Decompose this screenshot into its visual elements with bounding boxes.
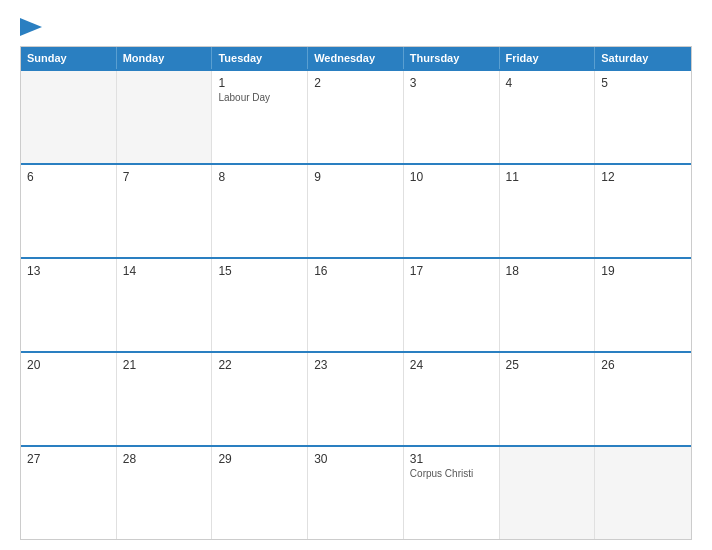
cal-day-number: 30 xyxy=(314,452,397,466)
cal-day-number: 18 xyxy=(506,264,589,278)
cal-day-number: 21 xyxy=(123,358,206,372)
cal-cell: 9 xyxy=(308,165,404,257)
cal-cell: 23 xyxy=(308,353,404,445)
cal-day-number: 9 xyxy=(314,170,397,184)
cal-cell xyxy=(117,71,213,163)
cal-day-number: 11 xyxy=(506,170,589,184)
logo-icon xyxy=(20,18,42,36)
cal-event: Labour Day xyxy=(218,92,301,103)
cal-day-number: 6 xyxy=(27,170,110,184)
cal-cell: 17 xyxy=(404,259,500,351)
cal-cell: 25 xyxy=(500,353,596,445)
cal-day-number: 26 xyxy=(601,358,685,372)
cal-cell: 12 xyxy=(595,165,691,257)
cal-day-number: 16 xyxy=(314,264,397,278)
cal-cell: 13 xyxy=(21,259,117,351)
cal-week-1: 1Labour Day2345 xyxy=(21,69,691,163)
cal-event: Corpus Christi xyxy=(410,468,493,479)
cal-header-cell-tuesday: Tuesday xyxy=(212,47,308,69)
cal-day-number: 17 xyxy=(410,264,493,278)
cal-header-cell-saturday: Saturday xyxy=(595,47,691,69)
cal-cell: 24 xyxy=(404,353,500,445)
cal-cell: 28 xyxy=(117,447,213,539)
cal-day-number: 2 xyxy=(314,76,397,90)
cal-header-cell-thursday: Thursday xyxy=(404,47,500,69)
cal-cell: 2 xyxy=(308,71,404,163)
page: SundayMondayTuesdayWednesdayThursdayFrid… xyxy=(0,0,712,550)
cal-cell: 18 xyxy=(500,259,596,351)
cal-day-number: 3 xyxy=(410,76,493,90)
cal-day-number: 19 xyxy=(601,264,685,278)
cal-cell xyxy=(500,447,596,539)
svg-marker-0 xyxy=(20,18,42,36)
cal-week-4: 20212223242526 xyxy=(21,351,691,445)
cal-cell xyxy=(595,447,691,539)
cal-day-number: 22 xyxy=(218,358,301,372)
cal-day-number: 14 xyxy=(123,264,206,278)
cal-header-cell-friday: Friday xyxy=(500,47,596,69)
calendar-body: 1Labour Day23456789101112131415161718192… xyxy=(21,69,691,539)
cal-cell: 3 xyxy=(404,71,500,163)
cal-cell: 5 xyxy=(595,71,691,163)
cal-cell: 22 xyxy=(212,353,308,445)
cal-cell: 31Corpus Christi xyxy=(404,447,500,539)
cal-day-number: 10 xyxy=(410,170,493,184)
cal-cell: 26 xyxy=(595,353,691,445)
cal-week-3: 13141516171819 xyxy=(21,257,691,351)
cal-day-number: 13 xyxy=(27,264,110,278)
cal-cell: 11 xyxy=(500,165,596,257)
cal-day-number: 31 xyxy=(410,452,493,466)
cal-cell: 20 xyxy=(21,353,117,445)
cal-day-number: 24 xyxy=(410,358,493,372)
logo xyxy=(20,18,42,36)
cal-cell: 29 xyxy=(212,447,308,539)
cal-day-number: 8 xyxy=(218,170,301,184)
cal-day-number: 5 xyxy=(601,76,685,90)
cal-cell xyxy=(21,71,117,163)
cal-cell: 10 xyxy=(404,165,500,257)
cal-day-number: 23 xyxy=(314,358,397,372)
cal-day-number: 29 xyxy=(218,452,301,466)
cal-cell: 8 xyxy=(212,165,308,257)
cal-header-cell-sunday: Sunday xyxy=(21,47,117,69)
cal-day-number: 25 xyxy=(506,358,589,372)
cal-day-number: 4 xyxy=(506,76,589,90)
cal-cell: 7 xyxy=(117,165,213,257)
cal-day-number: 7 xyxy=(123,170,206,184)
cal-day-number: 20 xyxy=(27,358,110,372)
cal-day-number: 27 xyxy=(27,452,110,466)
header xyxy=(20,18,692,36)
cal-cell: 16 xyxy=(308,259,404,351)
cal-cell: 4 xyxy=(500,71,596,163)
cal-cell: 21 xyxy=(117,353,213,445)
cal-week-2: 6789101112 xyxy=(21,163,691,257)
cal-cell: 19 xyxy=(595,259,691,351)
cal-day-number: 12 xyxy=(601,170,685,184)
cal-cell: 15 xyxy=(212,259,308,351)
cal-week-5: 2728293031Corpus Christi xyxy=(21,445,691,539)
cal-day-number: 28 xyxy=(123,452,206,466)
calendar: SundayMondayTuesdayWednesdayThursdayFrid… xyxy=(20,46,692,540)
cal-day-number: 15 xyxy=(218,264,301,278)
cal-day-number: 1 xyxy=(218,76,301,90)
cal-cell: 6 xyxy=(21,165,117,257)
cal-cell: 14 xyxy=(117,259,213,351)
calendar-header-row: SundayMondayTuesdayWednesdayThursdayFrid… xyxy=(21,47,691,69)
cal-cell: 27 xyxy=(21,447,117,539)
cal-cell: 1Labour Day xyxy=(212,71,308,163)
cal-cell: 30 xyxy=(308,447,404,539)
cal-header-cell-monday: Monday xyxy=(117,47,213,69)
cal-header-cell-wednesday: Wednesday xyxy=(308,47,404,69)
